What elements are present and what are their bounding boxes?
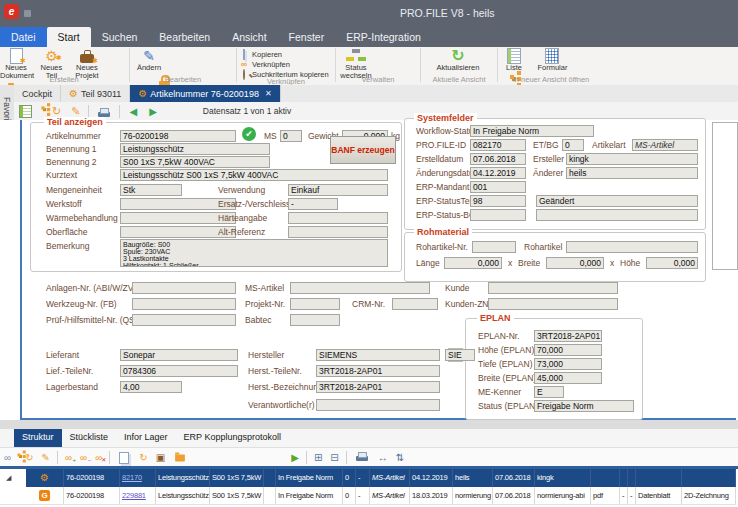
menu-ansicht[interactable]: Ansicht [221, 27, 277, 47]
lief-teilenr-field[interactable]: 0784306 [120, 365, 238, 377]
projekt-nr-field[interactable] [290, 298, 340, 310]
artikelnummer-field[interactable]: 76-0200198 [120, 130, 236, 142]
ms-field[interactable]: 0 [280, 130, 302, 142]
profile-id-field[interactable]: 082170 [470, 139, 526, 151]
formular-button[interactable]: Formular [533, 47, 571, 72]
babtec-field[interactable] [290, 314, 340, 326]
close-tab-icon[interactable]: ✕ [265, 89, 272, 98]
rohartikel-field[interactable] [566, 241, 698, 253]
artikelart-field[interactable]: MS-Artikel [632, 139, 698, 151]
edit-icon[interactable]: ✎ [42, 453, 50, 463]
ms-artikel-field[interactable] [290, 282, 430, 294]
aendern-button[interactable]: ✎ Ändern [131, 47, 167, 72]
werkzeug-nr-field[interactable] [132, 298, 236, 310]
erp-mandant-field[interactable]: 001 [470, 181, 526, 193]
preview-panel[interactable] [712, 122, 738, 270]
erp-status-bom-field[interactable] [470, 209, 526, 221]
benennung2-field[interactable]: S00 1xS 7,5kW 400VAC [120, 156, 270, 168]
alt-referenz-field[interactable] [288, 226, 388, 238]
aenderungsdatum-field[interactable]: 04.12.2019 [470, 167, 526, 179]
crm-nr-field[interactable] [392, 298, 438, 310]
eplan-status-field[interactable]: Freigabe Norm [534, 400, 634, 412]
expand-all-icon[interactable]: ⊞ [314, 453, 322, 463]
copy-structure-icon[interactable] [119, 452, 129, 464]
erp-statusteil-text-field[interactable]: Geändert [536, 195, 698, 207]
folder-move-icon[interactable] [175, 454, 185, 461]
aktualisieren-button[interactable]: ↻ Aktualisieren [422, 47, 494, 72]
bemerkung-field[interactable]: Baugröße: S00 Spule: 230VAC 3 Lastkontak… [120, 239, 388, 267]
kunde-field[interactable] [488, 282, 618, 294]
tab-stueckliste[interactable]: Stückliste [62, 429, 117, 447]
tab-erp-kopplungsprotokoll[interactable]: ERP Kopplungsprotokoll [176, 429, 289, 447]
lieferant-field[interactable]: Sonepar [120, 349, 238, 361]
link-add-icon[interactable]: ∞+ [65, 453, 72, 463]
rohartikel-nr-field[interactable] [472, 241, 516, 253]
previous-record-icon[interactable]: ◀ [129, 106, 137, 117]
breite-field[interactable]: 0,000 [546, 257, 604, 269]
hersteller-kurz-field[interactable]: SIE [445, 349, 475, 361]
menu-erp-integration[interactable]: ERP-Integration [335, 27, 432, 47]
pruef-hilfsmittel-field[interactable] [132, 314, 236, 326]
herst-bezeichnung-field[interactable]: 3RT2018-2AP01 [316, 381, 440, 393]
next-record-icon[interactable]: ▶ [149, 106, 157, 117]
edit-icon[interactable]: ✎ [71, 106, 80, 117]
workflow-status-field[interactable]: In Freigabe Norm [470, 125, 594, 137]
tab-struktur[interactable]: Struktur [14, 429, 62, 447]
liste-button[interactable]: Liste [499, 47, 529, 72]
tab-teil-93011[interactable]: ⚙ Teil 93011 [61, 85, 130, 102]
kunden-znr-field[interactable] [488, 298, 618, 310]
menu-datei[interactable]: Datei [0, 27, 47, 47]
paste-icon[interactable]: ▣ [156, 453, 165, 463]
quick-access-icon[interactable] [24, 10, 31, 17]
laenge-field[interactable]: 0,000 [444, 257, 502, 269]
tree-expand-icon[interactable]: ◢ [0, 469, 26, 487]
etbg-field[interactable]: 0 [562, 139, 584, 151]
erp-statusteil-field[interactable]: 98 [470, 195, 526, 207]
link-delete-icon[interactable]: ∞✕ [95, 453, 102, 463]
table-row[interactable]: ◢ ⚙ 76-0200198 82170 Leistungsschütz S00… [0, 469, 738, 487]
insert-link-icon[interactable]: ↻ [139, 453, 147, 463]
hersteller-field[interactable]: SIEMENS [316, 349, 440, 361]
menu-bearbeiten[interactable]: Bearbeiten [148, 27, 221, 47]
erstelldatum-field[interactable]: 07.06.2018 [470, 153, 526, 165]
benennung1-field[interactable]: Leistungsschütz [120, 143, 270, 155]
table-row[interactable]: G 76-0200198 229881 Leistungsschütz S00 … [0, 487, 738, 505]
ersteller-field[interactable]: kingk [566, 153, 698, 165]
eplan-breite-field[interactable]: 45,000 [534, 372, 602, 384]
profile-id-link[interactable]: 229881 [120, 487, 156, 505]
banf-erzeugen-button[interactable]: BANF erzeugen [330, 136, 396, 164]
kopieren-button[interactable]: Kopieren [238, 49, 334, 59]
aenderer-field[interactable]: heils [566, 167, 698, 179]
link-remove-icon[interactable]: ∞− [80, 453, 87, 463]
sort-icon[interactable]: ⇅ [396, 453, 404, 463]
verantwortlicher-field[interactable] [316, 399, 440, 411]
ersatz-field[interactable]: - [288, 198, 338, 210]
tab-cockpit[interactable]: Cockpit [14, 85, 61, 102]
verknuepfen-button[interactable]: ∞ Verknüpfen [238, 59, 334, 69]
mengeneinheit-field[interactable]: Stk [120, 184, 182, 196]
verwendung-field[interactable]: Einkauf [288, 184, 388, 196]
refresh-icon[interactable]: ↻ [52, 106, 61, 117]
lagerbestand-field[interactable]: 4,00 [120, 381, 182, 393]
link-part-icon[interactable]: ∞ [4, 453, 11, 463]
menu-start[interactable]: Start [47, 27, 91, 47]
hierarchy-icon[interactable] [18, 453, 21, 456]
tab-infor-lager[interactable]: Infor Lager [116, 429, 176, 447]
print-icon[interactable] [356, 456, 368, 461]
export-table-icon[interactable] [19, 105, 32, 118]
haerteangabe-field[interactable] [288, 212, 388, 224]
hierarchy-icon[interactable] [41, 106, 44, 109]
erp-status-bom-text-field[interactable] [536, 209, 698, 221]
profile-id-link[interactable]: 82170 [120, 469, 156, 487]
menu-fenster[interactable]: Fenster [278, 27, 336, 47]
herst-teilenr-field[interactable]: 3RT2018-2AP01 [316, 365, 440, 377]
collapse-all-icon[interactable]: ⊟ [330, 453, 338, 463]
print-icon[interactable] [98, 112, 110, 117]
me-kenner-field[interactable]: E [534, 386, 564, 398]
fit-width-icon[interactable]: ↔ [378, 453, 388, 463]
menu-suchen[interactable]: Suchen [91, 27, 149, 47]
eplan-tiefe-field[interactable]: 73,000 [534, 358, 602, 370]
hoehe-field[interactable]: 0,000 [646, 257, 698, 269]
eplan-hoehe-field[interactable]: 70,000 [534, 344, 602, 356]
refresh-icon[interactable]: ↻ [25, 453, 33, 463]
